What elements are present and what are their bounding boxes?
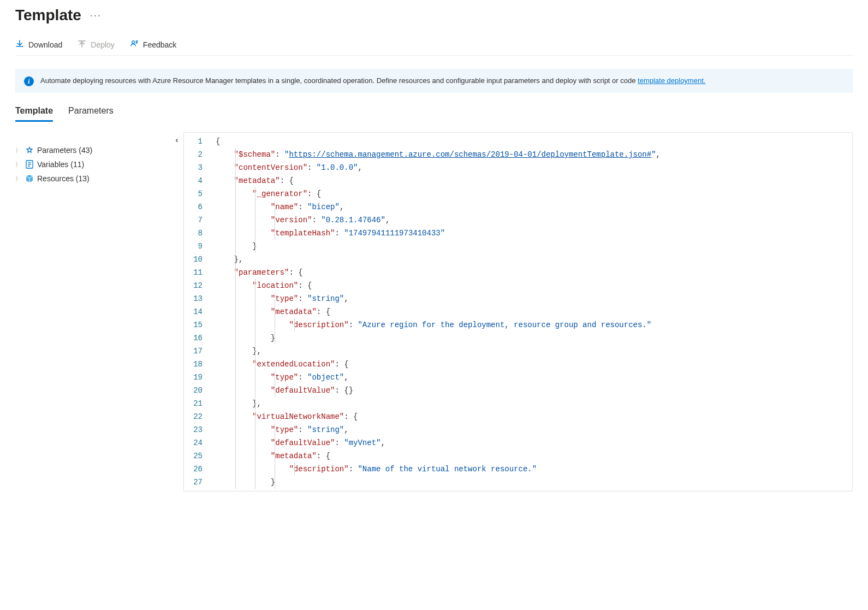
deploy-button: Deploy bbox=[78, 39, 115, 50]
tree-parameters-label: Parameters (43) bbox=[37, 146, 92, 155]
feedback-icon bbox=[130, 39, 139, 50]
feedback-label: Feedback bbox=[143, 40, 176, 49]
chevron-right-icon: 〉 bbox=[15, 161, 22, 169]
svg-point-0 bbox=[132, 41, 135, 44]
info-banner: i Automate deploying resources with Azur… bbox=[15, 69, 853, 93]
svg-point-1 bbox=[28, 149, 31, 151]
resources-icon bbox=[25, 174, 34, 183]
code-body[interactable]: { "$schema": "https://schema.management.… bbox=[211, 133, 852, 491]
tabs: Template Parameters bbox=[15, 106, 853, 122]
tree-item-variables[interactable]: 〉 Variables (11) bbox=[15, 157, 168, 171]
download-icon bbox=[15, 39, 24, 50]
deploy-icon bbox=[78, 39, 86, 50]
tab-parameters[interactable]: Parameters bbox=[68, 106, 114, 122]
deploy-label: Deploy bbox=[91, 40, 115, 49]
template-deployment-link[interactable]: template deployment. bbox=[638, 76, 705, 85]
info-icon: i bbox=[24, 76, 34, 86]
tree-item-parameters[interactable]: 〉 Parameters (43) bbox=[15, 143, 168, 157]
download-button[interactable]: Download bbox=[15, 39, 62, 50]
download-label: Download bbox=[28, 40, 62, 49]
variables-icon bbox=[25, 160, 34, 169]
parameters-icon bbox=[25, 146, 34, 155]
toolbar: Download Deploy Feedback bbox=[15, 39, 853, 56]
collapse-panel-icon[interactable]: ‹‹ bbox=[175, 135, 176, 491]
info-message: Automate deploying resources with Azure … bbox=[40, 76, 638, 85]
tree-item-resources[interactable]: 〉 Resources (13) bbox=[15, 171, 168, 186]
feedback-button[interactable]: Feedback bbox=[130, 39, 176, 50]
page-title: Template bbox=[15, 7, 81, 24]
more-icon[interactable]: ··· bbox=[90, 10, 102, 21]
tree-resources-label: Resources (13) bbox=[37, 174, 90, 183]
tab-template[interactable]: Template bbox=[15, 106, 53, 122]
info-text: Automate deploying resources with Azure … bbox=[40, 75, 705, 86]
line-gutter: 1234567891011121314151617181920212223242… bbox=[184, 133, 211, 491]
tree-variables-label: Variables (11) bbox=[37, 160, 84, 169]
code-editor[interactable]: 1234567891011121314151617181920212223242… bbox=[183, 132, 853, 491]
chevron-right-icon: 〉 bbox=[15, 146, 22, 155]
chevron-right-icon: 〉 bbox=[15, 175, 22, 183]
tree-panel: 〉 Parameters (43) 〉 Variables (11) 〉 Res… bbox=[15, 132, 168, 491]
